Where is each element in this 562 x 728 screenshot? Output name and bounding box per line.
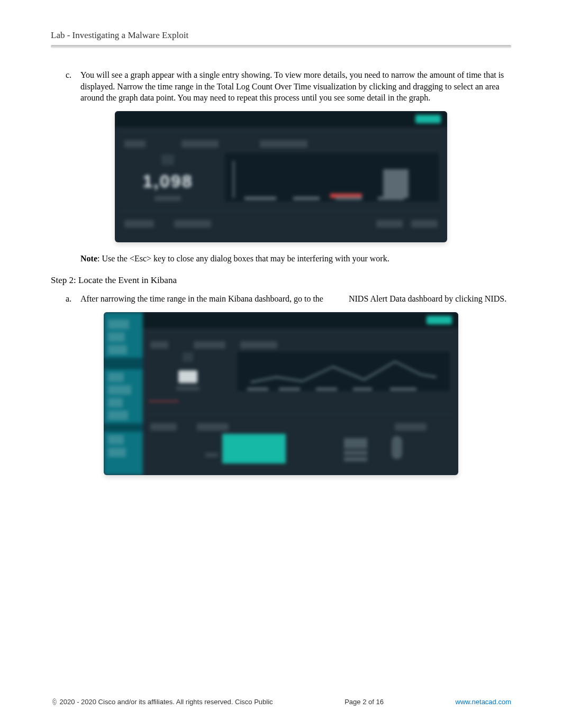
list-body-c: You will see a graph appear with a singl… [80, 69, 511, 104]
figure2-red-label: ━━━━━━━ [149, 397, 179, 405]
figure1-total-count: 1,098 [142, 169, 193, 194]
figure-kibana-overview: 1,098 [115, 111, 447, 242]
note-line: Note: Use the <Esc> key to close any dia… [80, 253, 511, 265]
item-a-pre: After narrowing the time range in the ma… [80, 294, 323, 303]
list-body-a: After narrowing the time range in the ma… [80, 293, 511, 305]
footer-page-number: Page 2 of 16 [345, 697, 384, 707]
footer-url[interactable]: www.netacad.com [456, 697, 512, 707]
figure2-sidebar-active [104, 358, 143, 369]
note-label: Note [80, 254, 97, 263]
figure2-sidebar [104, 312, 143, 475]
list-item-c: c. You will see a graph appear with a si… [51, 69, 511, 104]
list-marker-c: c. [51, 69, 80, 104]
figure1-time-chart [224, 152, 440, 203]
note-text: : Use the <Esc> key to close any dialog … [97, 254, 389, 263]
figure2-topbar [143, 312, 458, 328]
copyright-icon: ⓒ [52, 697, 57, 707]
item-a-post: NIDS Alert Data dashboard by clicking NI… [349, 294, 506, 303]
page-header-title: Lab - Investigating a Malware Exploit [51, 30, 511, 45]
figure1-topbar [115, 111, 447, 127]
header-underline [51, 45, 511, 48]
figure2-action-chip [427, 316, 452, 324]
figure-kibana-nids: ━━━━━━━ [104, 312, 458, 475]
figure2-count-box [178, 370, 197, 383]
list-marker-a: a. [51, 293, 80, 305]
list-item-a: a. After narrowing the time range in the… [51, 293, 511, 305]
footer-copyright: ⓒ 2020 - 2020 Cisco and/or its affiliate… [51, 697, 273, 707]
figure2-time-chart [236, 351, 451, 392]
figure1-action-chip [415, 115, 441, 123]
step2-heading: Step 2: Locate the Event in Kibana [51, 275, 511, 287]
figure2-teal-block [222, 434, 286, 463]
page-footer: ⓒ 2020 - 2020 Cisco and/or its affiliate… [51, 697, 511, 707]
